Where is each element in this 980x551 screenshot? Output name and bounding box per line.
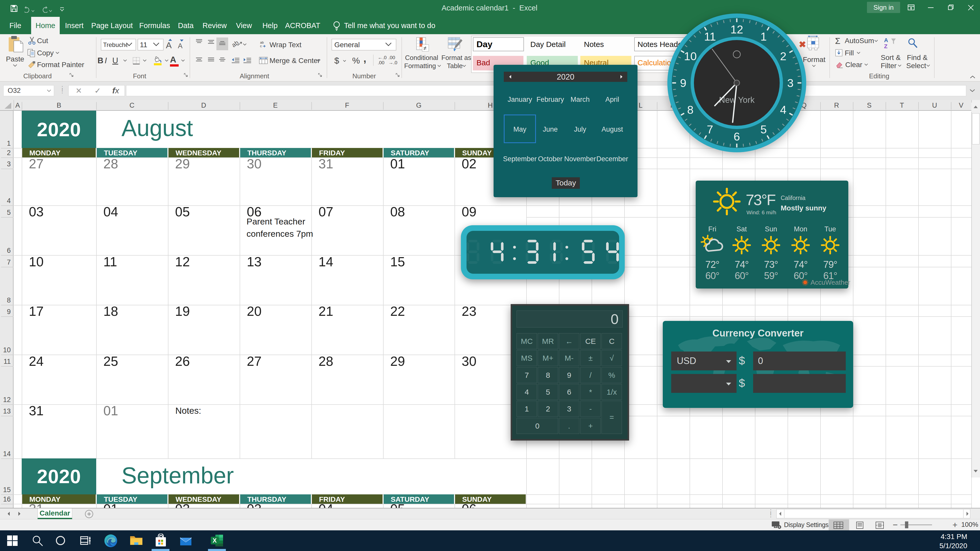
svg-text:5: 5 (760, 123, 767, 136)
svg-text:6: 6 (733, 130, 740, 143)
svg-text:X: X (213, 537, 217, 544)
svg-text:4: 4 (780, 103, 786, 116)
svg-text:3: 3 (787, 76, 794, 89)
svg-text:8: 8 (687, 103, 694, 116)
svg-text:7: 7 (707, 123, 713, 136)
svg-text:10: 10 (684, 50, 697, 63)
svg-text:ab: ab (260, 41, 264, 44)
svg-text:c: c (260, 44, 262, 48)
svg-text:9: 9 (680, 76, 686, 89)
svg-text:≠: ≠ (423, 45, 426, 51)
svg-text:11: 11 (704, 30, 716, 43)
svg-text:A: A (884, 37, 888, 43)
svg-text:Z: Z (884, 43, 887, 49)
svg-text:1: 1 (760, 30, 767, 43)
svg-text:12: 12 (730, 23, 743, 36)
svg-text:2: 2 (780, 50, 786, 63)
